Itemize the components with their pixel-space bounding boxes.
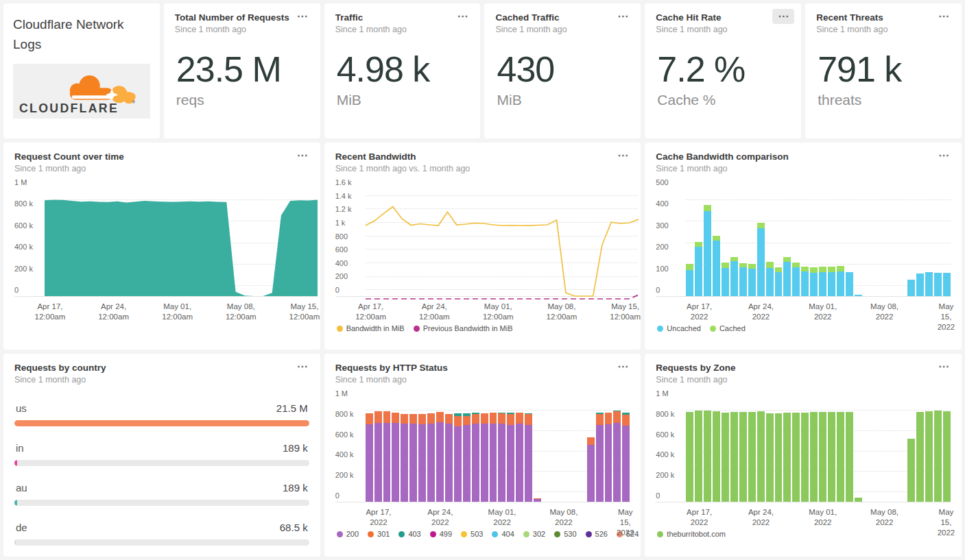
- line-series: [366, 188, 639, 296]
- panel-menu-button[interactable]: ⋯: [291, 359, 313, 374]
- bar: [916, 188, 924, 296]
- panel-title: Request Count over time: [14, 151, 309, 162]
- bar: [801, 188, 809, 296]
- plot-region[interactable]: [686, 400, 951, 502]
- country-row-header: in189 k: [14, 442, 309, 454]
- bar-segment-Cached: [792, 263, 800, 267]
- bar-segment-theburritobot.com: [934, 411, 942, 502]
- bar-segment-Cached: [757, 223, 765, 228]
- x-axis-label: May 15, 12:00am: [610, 302, 641, 322]
- y-axis-label: 400 k: [14, 243, 33, 251]
- bar: [898, 400, 906, 502]
- panel-title: Requests by HTTP Status: [335, 363, 630, 373]
- bar: [686, 400, 693, 502]
- area-series: [45, 188, 318, 296]
- y-axis-label: 200: [335, 272, 348, 280]
- panel-title: Traffic: [335, 12, 470, 23]
- panel-menu-button[interactable]: ⋯: [933, 359, 955, 374]
- svg-text:®: ®: [132, 100, 136, 104]
- plot-region[interactable]: [45, 188, 318, 296]
- panel-subtitle: Since 1 month ago: [14, 164, 309, 173]
- y-axis-label: 500: [656, 178, 668, 186]
- panel-menu-button[interactable]: ⋯: [933, 148, 955, 163]
- bar-segment-200: [436, 422, 444, 502]
- bar: [863, 188, 871, 296]
- bar-segment-theburritobot.com: [730, 412, 738, 502]
- legend-item: Bandwidth in MiB: [337, 324, 405, 332]
- bar-segment-301: [401, 414, 408, 424]
- requests-by-zone-chart[interactable]: 1 M800 k600 k400 k200 k0Apr 17, 2022Apr …: [645, 400, 962, 538]
- country-code: in: [16, 442, 24, 454]
- bar: [907, 400, 915, 502]
- bar: [739, 400, 747, 502]
- bar-segment-301: [374, 411, 382, 422]
- bar: [722, 188, 729, 296]
- bar: [925, 188, 933, 296]
- bar: [534, 400, 541, 502]
- bar: [516, 400, 523, 502]
- bar-segment-theburritobot.com: [943, 411, 951, 502]
- legend-label: Cached: [719, 324, 746, 332]
- bar-segment-theburritobot.com: [846, 412, 853, 502]
- y-axis-label: 0: [656, 286, 660, 294]
- legend-dot: [657, 531, 663, 537]
- panel-menu-button[interactable]: ⋯: [933, 9, 955, 24]
- stat-unit: MiB: [337, 92, 481, 108]
- bar: [783, 400, 791, 502]
- y-axis-label: 200 k: [335, 471, 354, 479]
- recent-bandwidth-chart[interactable]: 1.6 k1.4 k1.2 k1 k8006004002000Apr 17, 1…: [324, 188, 641, 332]
- bar-segment-200: [481, 424, 488, 502]
- legend-item: 404: [492, 530, 514, 538]
- bar: [775, 188, 783, 296]
- bar-segment-200: [418, 424, 426, 502]
- plot-region[interactable]: [686, 188, 951, 296]
- bar-segment-Cached: [704, 205, 711, 211]
- panel-menu-button[interactable]: ⋯: [291, 9, 313, 24]
- bar: [383, 400, 391, 502]
- bar-segment-theburritobot.com: [766, 413, 774, 502]
- bar-segment-theburritobot.com: [855, 498, 862, 502]
- bar-segment-200: [401, 424, 408, 502]
- plot-region[interactable]: [366, 400, 630, 502]
- bar-segment-Uncached: [828, 272, 835, 296]
- legend-item: 530: [554, 530, 576, 538]
- chart-legend: 200301403499503404302530526524: [335, 527, 630, 538]
- plot-region[interactable]: [366, 188, 639, 296]
- request-count-chart[interactable]: 1 M800 k600 k400 k200 k0Apr 17, 12:00amA…: [3, 188, 320, 321]
- country-bar-fill: [14, 500, 17, 506]
- x-axis-label: Apr 24, 2022: [748, 302, 774, 322]
- bar-segment-Cached: [686, 264, 693, 270]
- bar-segment-Uncached: [801, 271, 809, 296]
- bar: [907, 188, 915, 296]
- panel-menu-button[interactable]: ⋯: [612, 9, 634, 24]
- panel-menu-button[interactable]: ⋯: [772, 9, 794, 24]
- bar: [819, 188, 826, 296]
- bar: [757, 400, 765, 502]
- panel-menu-button[interactable]: ⋯: [291, 148, 313, 163]
- x-axis-label: Apr 17, 12:00am: [35, 302, 66, 322]
- bar: [934, 188, 942, 296]
- bar-segment-200: [463, 425, 470, 502]
- bar-segment-301: [454, 416, 462, 426]
- bar-segment-theburritobot.com: [828, 412, 835, 502]
- legend-item: 200: [337, 530, 359, 538]
- bar: [757, 188, 765, 296]
- bar-segment-301: [587, 437, 595, 445]
- legend-item: theburritobot.com: [657, 530, 726, 538]
- panel-cached-traffic: Cached Traffic Since 1 month ago ⋯ 430 M…: [484, 3, 641, 138]
- legend-label: 301: [377, 530, 390, 538]
- bar-segment-Cached: [722, 263, 729, 268]
- bar: [578, 400, 586, 502]
- panel-menu-button[interactable]: ⋯: [612, 359, 634, 374]
- panel-subtitle: Since 1 month ago: [816, 25, 951, 34]
- http-status-chart[interactable]: 1 M800 k600 k400 k200 k0Apr 17, 2022Apr …: [324, 400, 641, 538]
- cache-bandwidth-chart[interactable]: 5004003002001000Apr 17, 2022Apr 24, 2022…: [645, 188, 962, 332]
- y-axis-label: 400 k: [656, 450, 674, 459]
- bar: [925, 400, 933, 502]
- bar-segment-Uncached: [713, 241, 720, 296]
- bar-segment-301: [596, 414, 604, 425]
- panel-menu-button[interactable]: ⋯: [451, 9, 473, 24]
- y-axis-label: 400: [656, 199, 668, 208]
- panel-menu-button[interactable]: ⋯: [612, 148, 634, 163]
- country-value: 189 k: [283, 442, 308, 454]
